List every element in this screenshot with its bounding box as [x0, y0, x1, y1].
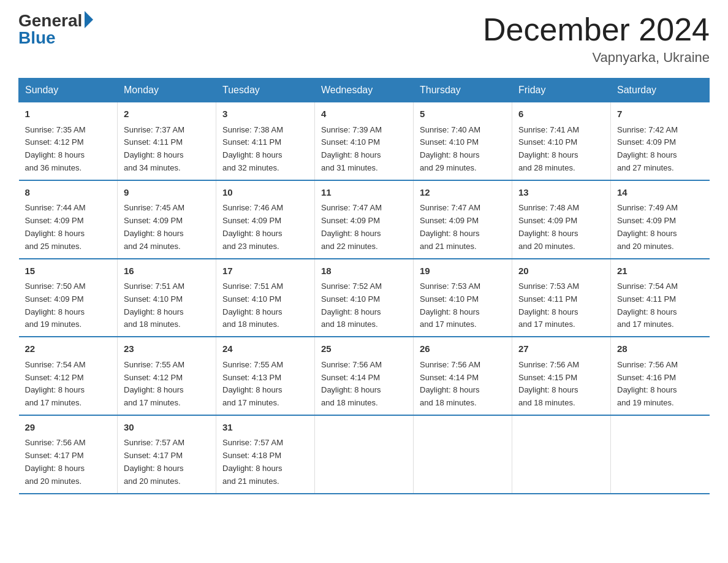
day-number: 5 — [420, 107, 506, 121]
calendar-day-cell: 11 Sunrise: 7:47 AMSunset: 4:09 PMDaylig… — [315, 180, 414, 259]
day-info: Sunrise: 7:40 AMSunset: 4:10 PMDaylight:… — [420, 124, 506, 175]
day-number: 8 — [25, 186, 112, 200]
day-number: 24 — [222, 342, 308, 356]
day-info: Sunrise: 7:56 AMSunset: 4:15 PMDaylight:… — [518, 359, 604, 410]
day-info: Sunrise: 7:37 AMSunset: 4:11 PMDaylight:… — [124, 124, 210, 175]
calendar-day-cell: 27 Sunrise: 7:56 AMSunset: 4:15 PMDaylig… — [512, 337, 611, 415]
day-info: Sunrise: 7:56 AMSunset: 4:16 PMDaylight:… — [617, 359, 703, 410]
day-info: Sunrise: 7:42 AMSunset: 4:09 PMDaylight:… — [617, 124, 703, 175]
calendar-day-cell: 3 Sunrise: 7:38 AMSunset: 4:11 PMDayligh… — [216, 102, 315, 180]
day-number: 21 — [617, 264, 703, 278]
calendar-header-row: SundayMondayTuesdayWednesdayThursdayFrid… — [19, 79, 710, 102]
calendar-day-cell: 1 Sunrise: 7:35 AMSunset: 4:12 PMDayligh… — [19, 102, 118, 180]
day-number: 1 — [25, 107, 112, 121]
day-info: Sunrise: 7:47 AMSunset: 4:09 PMDaylight:… — [420, 202, 506, 253]
calendar-day-cell: 17 Sunrise: 7:51 AMSunset: 4:10 PMDaylig… — [216, 259, 315, 337]
day-info: Sunrise: 7:51 AMSunset: 4:10 PMDaylight:… — [124, 280, 210, 331]
day-info: Sunrise: 7:51 AMSunset: 4:10 PMDaylight:… — [222, 280, 308, 331]
day-number: 7 — [617, 107, 703, 121]
day-info: Sunrise: 7:55 AMSunset: 4:12 PMDaylight:… — [124, 359, 210, 410]
calendar-day-cell: 15 Sunrise: 7:50 AMSunset: 4:09 PMDaylig… — [19, 259, 118, 337]
calendar-day-cell: 25 Sunrise: 7:56 AMSunset: 4:14 PMDaylig… — [315, 337, 414, 415]
day-info: Sunrise: 7:41 AMSunset: 4:10 PMDaylight:… — [518, 124, 604, 175]
day-info: Sunrise: 7:52 AMSunset: 4:10 PMDaylight:… — [321, 280, 407, 331]
day-info: Sunrise: 7:48 AMSunset: 4:09 PMDaylight:… — [518, 202, 604, 253]
calendar-day-cell: 24 Sunrise: 7:55 AMSunset: 4:13 PMDaylig… — [216, 337, 315, 415]
day-number: 20 — [518, 264, 604, 278]
day-info: Sunrise: 7:39 AMSunset: 4:10 PMDaylight:… — [321, 124, 407, 175]
calendar-table: SundayMondayTuesdayWednesdayThursdayFrid… — [18, 78, 710, 494]
calendar-day-cell: 30 Sunrise: 7:57 AMSunset: 4:17 PMDaylig… — [118, 415, 216, 494]
day-info: Sunrise: 7:49 AMSunset: 4:09 PMDaylight:… — [617, 202, 703, 253]
calendar-day-cell: 28 Sunrise: 7:56 AMSunset: 4:16 PMDaylig… — [611, 337, 710, 415]
logo: General Blue — [18, 12, 93, 47]
day-info: Sunrise: 7:47 AMSunset: 4:09 PMDaylight:… — [321, 202, 407, 253]
day-number: 2 — [124, 107, 210, 121]
calendar-day-cell: 13 Sunrise: 7:48 AMSunset: 4:09 PMDaylig… — [512, 180, 611, 259]
calendar-day-cell — [611, 415, 710, 494]
calendar-week-row: 1 Sunrise: 7:35 AMSunset: 4:12 PMDayligh… — [19, 102, 710, 180]
calendar-day-cell: 16 Sunrise: 7:51 AMSunset: 4:10 PMDaylig… — [118, 259, 216, 337]
day-number: 16 — [124, 264, 210, 278]
day-number: 13 — [518, 186, 604, 200]
day-info: Sunrise: 7:54 AMSunset: 4:11 PMDaylight:… — [617, 280, 703, 331]
logo-triangle-icon — [85, 11, 93, 28]
day-info: Sunrise: 7:38 AMSunset: 4:11 PMDaylight:… — [222, 124, 308, 175]
calendar-day-cell: 22 Sunrise: 7:54 AMSunset: 4:12 PMDaylig… — [19, 337, 118, 415]
calendar-day-cell: 9 Sunrise: 7:45 AMSunset: 4:09 PMDayligh… — [118, 180, 216, 259]
title-block: December 2024 Vapnyarka, Ukraine — [483, 12, 710, 66]
day-number: 22 — [25, 342, 112, 356]
month-title: December 2024 — [483, 12, 710, 47]
day-info: Sunrise: 7:56 AMSunset: 4:14 PMDaylight:… — [420, 359, 506, 410]
day-number: 3 — [222, 107, 308, 121]
calendar-day-cell: 31 Sunrise: 7:57 AMSunset: 4:18 PMDaylig… — [216, 415, 315, 494]
calendar-week-row: 29 Sunrise: 7:56 AMSunset: 4:17 PMDaylig… — [19, 415, 710, 494]
calendar-week-row: 22 Sunrise: 7:54 AMSunset: 4:12 PMDaylig… — [19, 337, 710, 415]
calendar-day-cell: 26 Sunrise: 7:56 AMSunset: 4:14 PMDaylig… — [414, 337, 512, 415]
calendar-day-cell: 29 Sunrise: 7:56 AMSunset: 4:17 PMDaylig… — [19, 415, 118, 494]
day-number: 12 — [420, 186, 506, 200]
day-info: Sunrise: 7:53 AMSunset: 4:10 PMDaylight:… — [420, 280, 506, 331]
calendar-day-cell: 12 Sunrise: 7:47 AMSunset: 4:09 PMDaylig… — [414, 180, 512, 259]
calendar-day-cell: 2 Sunrise: 7:37 AMSunset: 4:11 PMDayligh… — [118, 102, 216, 180]
calendar-day-cell — [512, 415, 611, 494]
day-info: Sunrise: 7:57 AMSunset: 4:17 PMDaylight:… — [124, 437, 210, 488]
day-of-week-header: Sunday — [19, 79, 118, 102]
day-info: Sunrise: 7:46 AMSunset: 4:09 PMDaylight:… — [222, 202, 308, 253]
day-info: Sunrise: 7:55 AMSunset: 4:13 PMDaylight:… — [222, 359, 308, 410]
day-number: 26 — [420, 342, 506, 356]
day-number: 19 — [420, 264, 506, 278]
calendar-day-cell: 21 Sunrise: 7:54 AMSunset: 4:11 PMDaylig… — [611, 259, 710, 337]
day-number: 30 — [124, 421, 210, 435]
day-of-week-header: Wednesday — [315, 79, 414, 102]
calendar-day-cell: 7 Sunrise: 7:42 AMSunset: 4:09 PMDayligh… — [611, 102, 710, 180]
calendar-day-cell: 5 Sunrise: 7:40 AMSunset: 4:10 PMDayligh… — [414, 102, 512, 180]
page-header: General Blue December 2024 Vapnyarka, Uk… — [18, 12, 710, 66]
logo-general: General — [18, 12, 82, 29]
calendar-day-cell: 4 Sunrise: 7:39 AMSunset: 4:10 PMDayligh… — [315, 102, 414, 180]
logo-blue: Blue — [18, 29, 56, 47]
day-of-week-header: Monday — [118, 79, 216, 102]
day-number: 4 — [321, 107, 407, 121]
calendar-week-row: 8 Sunrise: 7:44 AMSunset: 4:09 PMDayligh… — [19, 180, 710, 259]
day-number: 11 — [321, 186, 407, 200]
day-info: Sunrise: 7:56 AMSunset: 4:17 PMDaylight:… — [25, 437, 112, 488]
day-info: Sunrise: 7:45 AMSunset: 4:09 PMDaylight:… — [124, 202, 210, 253]
day-number: 31 — [222, 421, 308, 435]
day-number: 18 — [321, 264, 407, 278]
calendar-day-cell: 10 Sunrise: 7:46 AMSunset: 4:09 PMDaylig… — [216, 180, 315, 259]
calendar-day-cell: 8 Sunrise: 7:44 AMSunset: 4:09 PMDayligh… — [19, 180, 118, 259]
day-info: Sunrise: 7:53 AMSunset: 4:11 PMDaylight:… — [518, 280, 604, 331]
calendar-week-row: 15 Sunrise: 7:50 AMSunset: 4:09 PMDaylig… — [19, 259, 710, 337]
day-info: Sunrise: 7:44 AMSunset: 4:09 PMDaylight:… — [25, 202, 112, 253]
calendar-day-cell — [414, 415, 512, 494]
calendar-day-cell: 18 Sunrise: 7:52 AMSunset: 4:10 PMDaylig… — [315, 259, 414, 337]
day-of-week-header: Tuesday — [216, 79, 315, 102]
day-number: 15 — [25, 264, 112, 278]
day-info: Sunrise: 7:50 AMSunset: 4:09 PMDaylight:… — [25, 280, 112, 331]
calendar-day-cell: 23 Sunrise: 7:55 AMSunset: 4:12 PMDaylig… — [118, 337, 216, 415]
day-number: 14 — [617, 186, 703, 200]
calendar-day-cell: 6 Sunrise: 7:41 AMSunset: 4:10 PMDayligh… — [512, 102, 611, 180]
day-number: 23 — [124, 342, 210, 356]
day-number: 25 — [321, 342, 407, 356]
